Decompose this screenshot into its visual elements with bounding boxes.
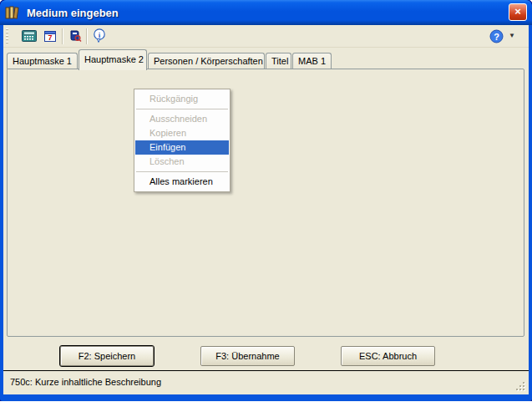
tab-hauptmaske-1[interactable]: Hauptmaske 1 [7, 53, 78, 69]
menu-item-ausschneiden: Ausschneiden [134, 112, 230, 126]
window-title: Medium eingeben [27, 7, 119, 19]
menu-separator [136, 109, 228, 109]
svg-text:7: 7 [48, 33, 52, 42]
book-search-button[interactable] [65, 27, 84, 45]
statusbar: 750c: Kurze inhaltliche Beschreibung [3, 371, 529, 394]
client-area: 7 i [3, 25, 529, 394]
close-button[interactable]: × [509, 3, 527, 21]
calendar-icon: 7 [43, 29, 57, 43]
tab-page [7, 69, 524, 337]
tab-hauptmaske-2[interactable]: Hauptmaske 2 [79, 49, 147, 70]
calendar-button[interactable]: 7 [40, 27, 59, 45]
help-icon: ? [489, 29, 504, 43]
menu-item-kopieren: Kopieren [134, 126, 230, 140]
calculator-button[interactable] [19, 27, 38, 45]
tab-titel[interactable]: Titel [266, 53, 291, 69]
help-dropdown-arrow[interactable]: ▼ [507, 28, 517, 44]
help-button[interactable]: ? [487, 27, 505, 45]
info-button[interactable]: i [89, 27, 109, 45]
menu-item-rueckgaengig: Rückgängig [134, 92, 230, 106]
menu-item-alles-markieren[interactable]: Alles markieren [134, 175, 230, 189]
context-menu: Rückgängig Ausschneiden Kopieren Einfüge… [134, 89, 231, 192]
cancel-button[interactable]: ESC: Abbruch [341, 346, 435, 366]
calculator-icon [22, 30, 37, 42]
menu-item-einfuegen[interactable]: Einfügen [135, 140, 229, 155]
status-text: 750c: Kurze inhaltliche Beschreibung [10, 377, 161, 387]
tab-mab-1[interactable]: MAB 1 [292, 53, 332, 69]
book-search-icon [68, 29, 82, 43]
toolbar-separator [86, 28, 88, 44]
save-button[interactable]: F2: Speichern [60, 346, 154, 366]
menu-separator [136, 171, 228, 172]
toolbar-gripper[interactable] [6, 28, 8, 44]
menu-item-loeschen: Löschen [134, 155, 230, 169]
dialog-window: Medium eingeben × 7 [0, 0, 532, 401]
apply-button[interactable]: F3: Übernahme [200, 346, 295, 366]
svg-text:?: ? [494, 31, 499, 41]
toolbar: 7 i [3, 25, 529, 48]
app-books-icon [5, 5, 22, 20]
tab-personen-koerperschaften[interactable]: Personen / Körperschaften [148, 53, 265, 69]
titlebar[interactable]: Medium eingeben × [0, 0, 532, 25]
toolbar-separator [62, 28, 63, 44]
info-icon: i [93, 28, 106, 43]
